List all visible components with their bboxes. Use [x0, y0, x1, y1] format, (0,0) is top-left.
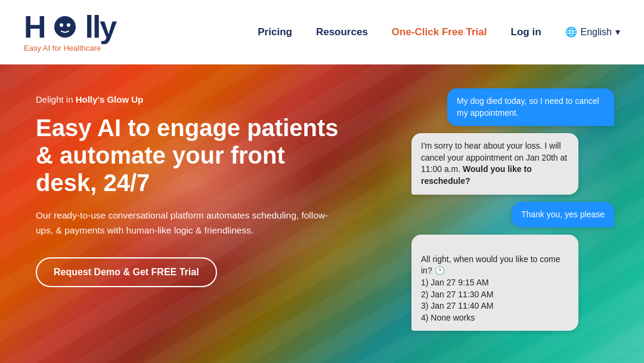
hero-cta-button[interactable]: Request Demo & Get FREE Trial — [36, 257, 217, 287]
chat-bubble-1: My dog died today, so I need to cancel m… — [447, 88, 614, 126]
chat-bubble-3-row: Thank you, yes please — [394, 202, 620, 228]
chat-bubble-4: All right, when would you like to come i… — [411, 235, 578, 331]
chat-bubble-2-row: I'm sorry to hear about your loss. I wil… — [394, 133, 620, 194]
chat-bubble-1-text: My dog died today, so I need to cancel m… — [457, 96, 599, 118]
nav-login[interactable]: Log in — [511, 26, 541, 38]
svg-point-0 — [54, 16, 76, 38]
logo-tagline: Easy AI for Healthcare — [24, 44, 116, 53]
chat-bubble-2: I'm sorry to hear about your loss. I wil… — [411, 133, 578, 194]
hero-section: Delight in Holly's Glow Up Easy AI to en… — [0, 64, 644, 363]
nav-resources[interactable]: Resources — [316, 26, 368, 38]
logo[interactable]: H o lly Easy AI for Healthcare — [24, 11, 116, 53]
chat-panel: My dog died today, so I need to cancel m… — [394, 82, 620, 357]
nav-language[interactable]: 🌐 English ▾ — [565, 26, 620, 38]
hero-description: Our ready-to-use conversational platform… — [36, 208, 334, 238]
chat-bubble-1-row: My dog died today, so I need to cancel m… — [394, 88, 620, 126]
chat-bubble-4-row: All right, when would you like to come i… — [394, 235, 620, 331]
hero-title: Easy AI to engage patients & automate yo… — [36, 114, 346, 196]
chevron-down-icon: ▾ — [615, 26, 620, 38]
hero-label: Delight in Holly's Glow Up — [36, 94, 346, 104]
chat-bubble-3: Thank you, yes please — [512, 202, 614, 228]
language-label: English — [581, 27, 612, 38]
hero-label-prefix: Delight in — [36, 94, 76, 104]
chat-bubble-4-text: All right, when would you like to come i… — [421, 254, 560, 322]
logo-face-icon — [53, 15, 77, 39]
navbar: H o lly Easy AI for Healthcare Pricing R… — [0, 0, 644, 64]
nav-pricing[interactable]: Pricing — [258, 26, 292, 38]
nav-links: Pricing Resources One-Click Free Trial L… — [258, 26, 620, 38]
chat-bubble-3-text: Thank you, yes please — [521, 210, 605, 219]
logo-text: H o lly — [24, 11, 116, 42]
globe-icon: 🌐 — [565, 26, 577, 38]
nav-trial[interactable]: One-Click Free Trial — [392, 26, 487, 38]
svg-point-2 — [67, 23, 70, 27]
hero-label-strong: Holly's Glow Up — [76, 94, 144, 104]
hero-content: Delight in Holly's Glow Up Easy AI to en… — [0, 64, 382, 317]
svg-point-1 — [60, 23, 63, 27]
